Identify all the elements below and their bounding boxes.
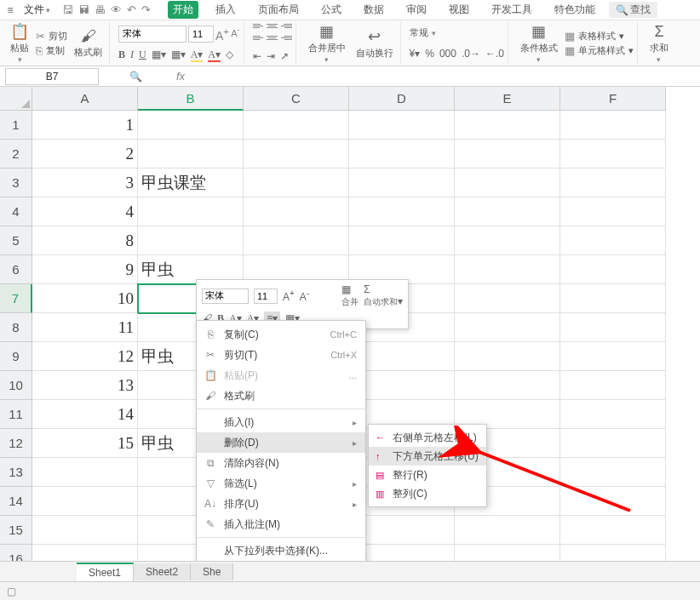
cell-E8[interactable] — [455, 313, 560, 342]
ctx-插入I[interactable]: 插入(I)▸ — [197, 412, 365, 432]
ctx-剪切T[interactable]: ✂剪切(T)Ctrl+X — [197, 345, 365, 365]
cut-button[interactable]: ✂剪切 — [36, 30, 67, 43]
ctx-从下拉列表中选择K[interactable]: 从下拉列表中选择(K)... — [197, 540, 365, 561]
autosum-button[interactable]: Σ求和▾ — [646, 21, 672, 66]
app-menu-icon[interactable]: ≡ — [3, 3, 17, 17]
cell-D4[interactable] — [349, 197, 455, 226]
fx-icon[interactable]: fx — [176, 70, 185, 83]
cell-F14[interactable] — [560, 487, 666, 516]
merge-center-button[interactable]: ▦合并居中▾ — [305, 20, 349, 66]
tab-view[interactable]: 视图 — [444, 1, 474, 19]
ctx-格式刷[interactable]: 🖌格式刷 — [197, 386, 365, 406]
row-header-13[interactable]: 13 — [0, 458, 32, 487]
cell-F13[interactable] — [560, 458, 666, 487]
cell-F1[interactable] — [560, 111, 666, 140]
row-header-12[interactable]: 12 — [0, 429, 32, 458]
tab-data[interactable]: 数据 — [359, 1, 389, 19]
sheet-tab-2[interactable]: Sheet2 — [134, 563, 191, 580]
inc-decimal-icon[interactable]: .0→ — [462, 48, 480, 60]
ctx-插入批注M[interactable]: ✎插入批注(M) — [197, 514, 365, 534]
cell-A13[interactable] — [32, 458, 138, 487]
cell-E10[interactable] — [455, 371, 560, 400]
row-header-9[interactable]: 9 — [0, 342, 32, 371]
ctx-复制C[interactable]: ⎘复制(C)Ctrl+C — [197, 324, 365, 345]
cell-E3[interactable] — [455, 169, 560, 197]
alignment-buttons[interactable] — [253, 24, 292, 46]
cell-A7[interactable]: 10 — [32, 284, 138, 313]
cell-F3[interactable] — [560, 169, 666, 197]
cell-C5[interactable] — [244, 226, 349, 255]
table-style-button[interactable]: ▦表格样式▾ — [565, 30, 634, 43]
zoom-icon[interactable]: 🔍 — [129, 71, 142, 83]
mini-grow-font-icon[interactable]: A+ — [283, 289, 295, 303]
cell-A15[interactable] — [32, 516, 138, 545]
indent-right-icon[interactable]: ⇥ — [267, 50, 275, 62]
column-header-A[interactable]: A — [32, 87, 138, 111]
print-preview-icon[interactable]: 👁 — [111, 3, 122, 16]
column-header-F[interactable]: F — [560, 87, 666, 111]
indent-left-icon[interactable]: ⇤ — [253, 50, 261, 62]
tab-formulas[interactable]: 公式 — [316, 1, 347, 19]
tab-developer[interactable]: 开发工具 — [486, 1, 537, 19]
ctx-清除内容N[interactable]: ⧉清除内容(N) — [197, 453, 365, 473]
cell-F15[interactable] — [560, 516, 666, 545]
cell-A12[interactable]: 15 — [32, 429, 138, 458]
copy-button[interactable]: ⎘复制 — [36, 44, 67, 57]
number-format-select[interactable]: 常规 — [410, 26, 428, 39]
cell-B3[interactable]: 甲虫课堂 — [138, 169, 244, 197]
cell-A6[interactable]: 9 — [32, 255, 138, 284]
cell-A8[interactable]: 11 — [32, 313, 138, 342]
border2-button[interactable]: ▦▾ — [171, 49, 186, 60]
del-sub-整行R[interactable]: ▤整行(R) — [369, 466, 486, 484]
save-as-icon[interactable]: 🖬 — [78, 3, 89, 16]
font-name-select[interactable] — [118, 26, 186, 43]
cell-A11[interactable]: 14 — [32, 400, 138, 429]
font-color-button[interactable]: A▾ — [208, 49, 221, 61]
dec-decimal-icon[interactable]: ←.0 — [485, 48, 504, 60]
column-header-C[interactable]: C — [244, 87, 349, 111]
column-header-D[interactable]: D — [349, 87, 455, 111]
mini-font-size[interactable] — [254, 289, 278, 304]
row-header-4[interactable]: 4 — [0, 197, 32, 226]
row-header-8[interactable]: 8 — [0, 313, 32, 342]
cell-B2[interactable] — [138, 140, 244, 169]
file-menu[interactable]: 文件 ▾ — [19, 3, 55, 17]
cell-F2[interactable] — [560, 140, 666, 169]
row-header-15[interactable]: 15 — [0, 516, 32, 545]
cell-F10[interactable] — [560, 371, 666, 400]
italic-button[interactable]: I — [130, 49, 134, 61]
ctx-删除D[interactable]: 删除(D)▸ — [197, 432, 365, 453]
mini-shrink-font-icon[interactable]: A- — [300, 289, 309, 303]
cell-F12[interactable] — [560, 429, 666, 458]
print-icon[interactable]: 🖶 — [95, 3, 106, 16]
cell-D5[interactable] — [349, 226, 455, 255]
cell-D3[interactable] — [349, 169, 455, 197]
cell-E5[interactable] — [455, 226, 560, 255]
row-header-10[interactable]: 10 — [0, 371, 32, 400]
font-size-select[interactable] — [188, 26, 214, 43]
cell-F5[interactable] — [560, 226, 666, 255]
cell-A1[interactable]: 1 — [32, 111, 138, 140]
cell-E1[interactable] — [455, 111, 560, 140]
cell-A9[interactable]: 12 — [32, 342, 138, 371]
redo-icon[interactable]: ↷ — [141, 3, 151, 16]
fill-color-button[interactable]: A▾ — [191, 49, 204, 61]
comma-icon[interactable]: 000 — [439, 48, 456, 60]
cell-F11[interactable] — [560, 400, 666, 429]
tab-special[interactable]: 特色功能 — [549, 1, 600, 19]
mini-autosum-button[interactable]: Σ自动求和▾ — [364, 283, 403, 308]
cell-F9[interactable] — [560, 342, 666, 371]
column-header-E[interactable]: E — [455, 87, 560, 111]
cell-F6[interactable] — [560, 255, 666, 284]
cell-A2[interactable]: 2 — [32, 140, 138, 169]
sheet-tab-3[interactable]: She — [191, 563, 233, 580]
del-sub-右侧单元格左移L[interactable]: ←右侧单元格左移(L) — [369, 428, 486, 447]
cell-C4[interactable] — [244, 197, 349, 226]
conditional-format-button[interactable]: ▦条件格式▾ — [517, 20, 561, 66]
underline-button[interactable]: U — [139, 49, 146, 61]
cell-A10[interactable]: 13 — [32, 371, 138, 400]
format-painter-button[interactable]: 🖌格式刷 — [71, 26, 106, 60]
orientation-icon[interactable]: ↗ — [280, 50, 289, 62]
cell-F8[interactable] — [560, 313, 666, 342]
cell-style-button[interactable]: ▦单元格样式▾ — [565, 44, 634, 57]
